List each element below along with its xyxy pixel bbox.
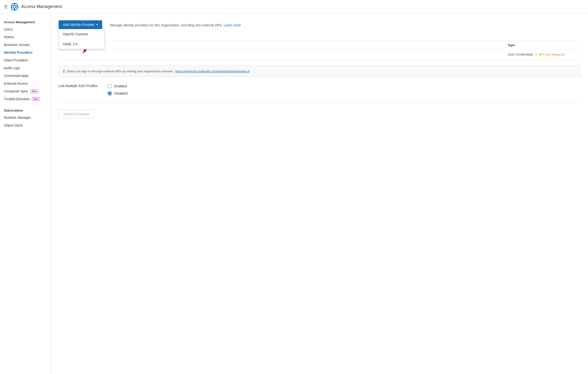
radio-enabled[interactable]: Enabled xyxy=(107,84,127,88)
sidebar-item-trusted-domains-label: Trusted Domains xyxy=(4,97,30,101)
info-icon: ℹ xyxy=(63,69,65,73)
sidebar-item-runtime-manager-label: Runtime Manager xyxy=(4,116,31,120)
info-text: Users can sign in through external IdPs … xyxy=(67,70,173,73)
sidebar-item-object-store[interactable]: Object Store xyxy=(0,121,51,129)
identity-providers-table: Type User Credentials ⚠ MFA Not Required xyxy=(59,41,580,60)
sidebar-item-external-access[interactable]: External Access xyxy=(0,80,51,87)
radio-group: Enabled Disabled xyxy=(107,84,127,96)
row-type-value: User Credentials xyxy=(508,52,533,56)
radio-circle-enabled xyxy=(107,84,112,88)
dropdown-item-saml-20[interactable]: SAML 2.0 xyxy=(59,39,104,49)
sso-label: Link Multiple SSO Profiles xyxy=(59,84,98,88)
sidebar-section-access-management: Access Management xyxy=(0,18,51,25)
warning-icon: ⚠ xyxy=(535,53,538,56)
add-idp-dropdown-menu: OpenID Connect SAML 2.0 xyxy=(59,29,105,49)
svg-point-1 xyxy=(13,5,16,8)
description-text: Manage identity providers for this organ… xyxy=(110,23,222,27)
sidebar: Access Management Users Teams Business G… xyxy=(0,14,51,374)
layout: Access Management Users Teams Business G… xyxy=(0,14,588,374)
sidebar-item-connected-apps-label: Connected Apps xyxy=(4,74,29,78)
discard-changes-button[interactable]: Discard Changes xyxy=(59,109,95,119)
learn-more-link[interactable]: Learn more xyxy=(223,23,241,27)
sidebar-item-audit-logs-label: Audit Logs xyxy=(4,66,20,70)
sidebar-item-users[interactable]: Users xyxy=(0,25,51,33)
add-idp-button-label: Add Identity Provider xyxy=(63,23,94,27)
table-header: Type xyxy=(59,41,580,50)
sidebar-item-identity-providers[interactable]: Identity Providers xyxy=(0,49,51,56)
table-header-type: Type xyxy=(508,43,580,47)
radio-enabled-label: Enabled xyxy=(114,84,127,88)
sidebar-item-teams[interactable]: Teams xyxy=(0,33,51,41)
sidebar-item-composer-sync-label: Composer Sync xyxy=(4,89,28,93)
mfa-badge-text: MFA Not Required xyxy=(539,53,564,56)
sidebar-item-client-providers-label: Client Providers xyxy=(4,58,28,62)
sidebar-item-audit-logs[interactable]: Audit Logs xyxy=(0,64,51,72)
hamburger-menu-icon[interactable]: ☰ xyxy=(4,4,8,10)
sidebar-item-external-access-label: External Access xyxy=(4,81,28,85)
mfa-badge: ⚠ MFA Not Required xyxy=(535,53,564,56)
add-idp-button[interactable]: Add Identity Provider ▾ xyxy=(59,20,102,29)
trusted-domains-badge: New xyxy=(32,97,40,101)
radio-disabled-label: Disabled xyxy=(114,91,127,95)
radio-disabled[interactable]: Disabled xyxy=(107,91,127,96)
sidebar-item-teams-label: Teams xyxy=(4,35,14,39)
sidebar-item-composer-sync[interactable]: Composer Sync New xyxy=(0,87,51,95)
sso-row: Link Multiple SSO Profiles Enabled Disab… xyxy=(59,84,580,96)
main-content: Add Identity Provider ▾ OpenID Connect S… xyxy=(51,14,588,374)
sidebar-item-users-label: Users xyxy=(4,27,13,31)
logo-icon xyxy=(11,3,18,11)
app-title: Access Management xyxy=(21,4,62,9)
info-link[interactable]: https://anypoint.mulesoft.com/login/doma… xyxy=(175,70,250,73)
sidebar-item-business-groups[interactable]: Business Groups xyxy=(0,41,51,49)
info-box: ℹ Users can sign in through external IdP… xyxy=(59,65,580,77)
dropdown-item-openid-connect[interactable]: OpenID Connect xyxy=(59,29,104,39)
add-idp-dropdown-container: Add Identity Provider ▾ OpenID Connect S… xyxy=(59,20,102,29)
table-row: User Credentials ⚠ MFA Not Required xyxy=(59,50,580,60)
sidebar-item-identity-providers-label: Identity Providers xyxy=(4,51,32,54)
sidebar-item-object-store-label: Object Store xyxy=(4,123,23,127)
composer-sync-badge: New xyxy=(31,90,39,93)
header-description: Manage identity providers for this organ… xyxy=(110,20,241,27)
top-row: Add Identity Provider ▾ OpenID Connect S… xyxy=(59,20,580,35)
sidebar-item-runtime-manager[interactable]: Runtime Manager xyxy=(0,114,51,121)
radio-circle-disabled xyxy=(107,91,112,96)
row-type: User Credentials ⚠ MFA Not Required xyxy=(508,52,580,56)
sidebar-item-client-providers[interactable]: Client Providers xyxy=(0,56,51,64)
sso-profiles-section: Link Multiple SSO Profiles Enabled Disab… xyxy=(59,84,580,102)
chevron-down-icon: ▾ xyxy=(96,23,98,26)
sidebar-item-business-groups-label: Business Groups xyxy=(4,43,30,47)
sidebar-section-subscription: Subscription xyxy=(0,107,51,114)
top-nav: ☰ Access Management xyxy=(0,0,588,14)
sidebar-item-connected-apps[interactable]: Connected Apps xyxy=(0,72,51,80)
sidebar-item-trusted-domains[interactable]: Trusted Domains New xyxy=(0,95,51,103)
